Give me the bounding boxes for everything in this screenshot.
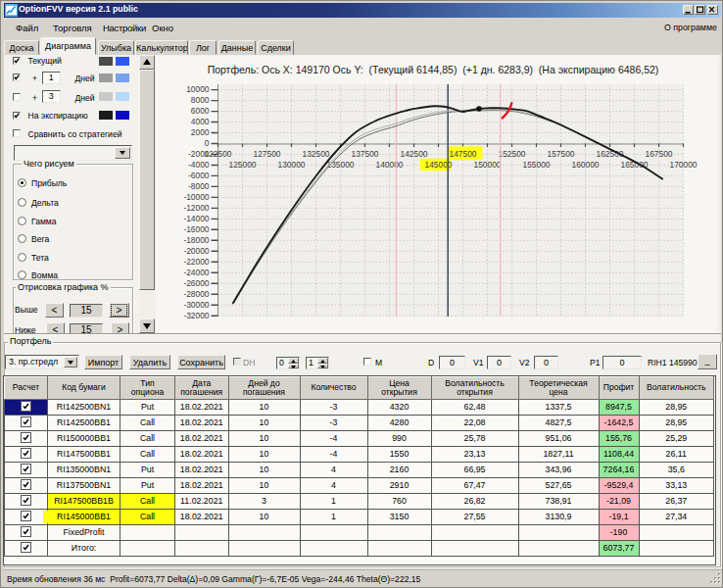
svg-text:127500: 127500 xyxy=(254,149,281,159)
svg-text:-22000: -22000 xyxy=(183,257,209,267)
svg-text:-14000: -14000 xyxy=(183,214,209,223)
svg-text:-6000: -6000 xyxy=(188,171,210,180)
svg-text:-18000: -18000 xyxy=(183,235,209,245)
svg-text:2000: 2000 xyxy=(191,127,210,137)
svg-text:160000: 160000 xyxy=(572,160,600,170)
svg-text:-24000: -24000 xyxy=(183,268,209,277)
svg-text:-28000: -28000 xyxy=(183,289,209,299)
svg-text:142500: 142500 xyxy=(401,149,428,159)
svg-text:10000: 10000 xyxy=(186,84,210,94)
svg-text:-30000: -30000 xyxy=(183,300,209,310)
svg-text:4000: 4000 xyxy=(191,117,210,126)
svg-text:-4000: -4000 xyxy=(188,160,210,170)
svg-text:0: 0 xyxy=(205,138,210,148)
svg-text:152500: 152500 xyxy=(499,149,526,159)
svg-text:Портфель: Ось X: 149170 Ось Y:: Портфель: Ось X: 149170 Ось Y: (Текущий … xyxy=(208,64,659,75)
svg-text:137500: 137500 xyxy=(352,149,379,159)
svg-text:157500: 157500 xyxy=(548,149,575,159)
svg-text:-8000: -8000 xyxy=(188,181,210,191)
svg-text:132500: 132500 xyxy=(303,149,330,159)
svg-text:8000: 8000 xyxy=(191,95,210,105)
svg-text:-12000: -12000 xyxy=(183,203,209,213)
svg-text:-16000: -16000 xyxy=(183,224,209,234)
svg-text:6000: 6000 xyxy=(191,106,210,116)
svg-text:170000: 170000 xyxy=(670,160,698,170)
svg-text:-26000: -26000 xyxy=(183,278,209,288)
svg-text:140000: 140000 xyxy=(376,160,404,170)
svg-text:150000: 150000 xyxy=(474,160,502,170)
svg-text:-10000: -10000 xyxy=(183,192,209,202)
svg-text:130000: 130000 xyxy=(278,160,306,170)
svg-text:155000: 155000 xyxy=(523,160,551,170)
svg-text:125000: 125000 xyxy=(229,160,257,170)
svg-text:167500: 167500 xyxy=(646,149,673,159)
svg-text:147500: 147500 xyxy=(450,149,477,159)
svg-text:-20000: -20000 xyxy=(183,246,209,256)
svg-text:122500: 122500 xyxy=(205,149,232,159)
svg-text:-32000: -32000 xyxy=(183,311,209,320)
